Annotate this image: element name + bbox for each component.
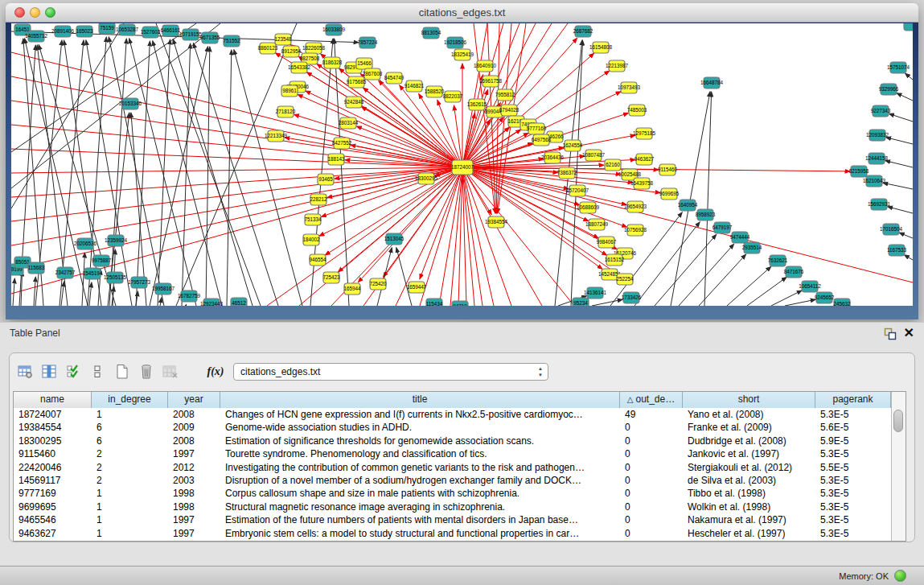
graph-node[interactable] bbox=[605, 159, 621, 171]
network-canvas[interactable]: 1872400712354888601238912954182260589827… bbox=[11, 23, 913, 306]
table-row[interactable]: 946554611997Estimation of the future num… bbox=[14, 513, 891, 526]
graph-node[interactable] bbox=[131, 277, 147, 288]
graph-node[interactable] bbox=[162, 25, 179, 36]
graph-node[interactable] bbox=[260, 43, 276, 54]
graph-node[interactable] bbox=[119, 24, 135, 35]
graph-node[interactable] bbox=[569, 185, 585, 196]
column-header-title[interactable]: title bbox=[220, 392, 620, 408]
graph-node[interactable] bbox=[890, 62, 906, 73]
graph-node[interactable] bbox=[122, 98, 138, 109]
graph-node[interactable] bbox=[310, 194, 326, 205]
graph-node[interactable] bbox=[477, 60, 493, 72]
graph-node[interactable] bbox=[303, 234, 319, 245]
delete-column-icon[interactable] bbox=[137, 363, 156, 381]
graph-node[interactable] bbox=[77, 238, 93, 249]
column-header-out_de[interactable]: △out_de… bbox=[620, 392, 683, 408]
graph-node[interactable] bbox=[889, 245, 905, 256]
table-settings-icon[interactable] bbox=[16, 363, 35, 381]
table-row[interactable]: 946362711997Embryonic stem cells: a mode… bbox=[14, 527, 891, 540]
graph-node[interactable] bbox=[501, 105, 517, 116]
graph-node[interactable] bbox=[659, 164, 676, 175]
graph-node[interactable] bbox=[84, 268, 101, 279]
graph-node[interactable] bbox=[426, 299, 442, 306]
graph-node[interactable] bbox=[323, 272, 339, 283]
graph-node[interactable] bbox=[802, 281, 818, 292]
graph-node[interactable] bbox=[108, 235, 124, 246]
graph-node[interactable] bbox=[93, 255, 109, 266]
column-header-in_degree[interactable]: in_degree bbox=[92, 392, 168, 408]
graph-node[interactable] bbox=[364, 68, 380, 80]
graph-node[interactable] bbox=[589, 219, 605, 230]
graph-node[interactable] bbox=[883, 224, 899, 235]
graph-node[interactable] bbox=[370, 278, 386, 290]
graph-node[interactable] bbox=[76, 26, 92, 37]
column-header-year[interactable]: year bbox=[168, 392, 220, 408]
graph-node[interactable] bbox=[834, 299, 850, 306]
graph-node[interactable] bbox=[661, 188, 677, 200]
graph-node[interactable] bbox=[816, 292, 832, 303]
graph-node[interactable] bbox=[409, 282, 425, 293]
graph-node[interactable] bbox=[283, 46, 299, 57]
graph-node[interactable] bbox=[326, 24, 342, 35]
graph-node[interactable] bbox=[617, 274, 633, 285]
graph-node[interactable] bbox=[697, 209, 713, 220]
graph-node[interactable] bbox=[328, 154, 344, 165]
graph-node[interactable] bbox=[704, 77, 720, 89]
graph-node[interactable] bbox=[340, 117, 356, 129]
graph-node[interactable] bbox=[904, 23, 913, 31]
table-scrollbar[interactable] bbox=[891, 392, 906, 541]
graph-node[interactable] bbox=[575, 26, 591, 37]
graph-node[interactable] bbox=[291, 62, 307, 73]
graph-node[interactable] bbox=[565, 140, 581, 151]
graph-node[interactable] bbox=[488, 216, 504, 228]
graph-node[interactable] bbox=[306, 43, 322, 54]
graph-node[interactable] bbox=[334, 138, 350, 149]
delete-table-icon[interactable] bbox=[161, 363, 180, 381]
column-header-pagerank[interactable]: pagerank bbox=[815, 392, 891, 408]
graph-node[interactable] bbox=[454, 49, 470, 60]
graph-node[interactable] bbox=[869, 130, 885, 141]
graph-node[interactable] bbox=[559, 167, 575, 179]
table-row[interactable]: 969969511998Structural magnetic resonanc… bbox=[14, 501, 891, 513]
graph-node[interactable] bbox=[202, 32, 218, 43]
graph-node[interactable] bbox=[356, 58, 372, 69]
graph-node[interactable] bbox=[483, 76, 499, 87]
table-row[interactable]: 1830029562008Estimation of significance … bbox=[14, 435, 891, 447]
graph-node[interactable] bbox=[528, 123, 544, 134]
graph-node[interactable] bbox=[268, 130, 284, 142]
graph-node[interactable] bbox=[606, 254, 622, 266]
graph-node[interactable] bbox=[28, 262, 44, 274]
graph-node[interactable] bbox=[57, 267, 73, 278]
float-panel-icon[interactable] bbox=[884, 328, 897, 340]
graph-node[interactable] bbox=[623, 292, 639, 303]
graph-node[interactable] bbox=[275, 34, 291, 45]
graph-node[interactable] bbox=[281, 85, 298, 97]
table-row[interactable]: 911546021997Tourette syndrome. Phenomeno… bbox=[14, 447, 891, 460]
column-header-short[interactable]: short bbox=[683, 392, 815, 408]
graph-node[interactable] bbox=[634, 178, 650, 189]
graph-node[interactable] bbox=[770, 255, 786, 266]
graph-node[interactable] bbox=[873, 105, 889, 117]
table-row[interactable]: 1456911722003Disruption of a novel membe… bbox=[14, 474, 891, 487]
graph-node[interactable] bbox=[324, 57, 340, 68]
graph-node[interactable] bbox=[598, 237, 614, 248]
graph-node[interactable] bbox=[627, 201, 643, 212]
graph-node[interactable] bbox=[587, 287, 603, 299]
graph-node[interactable] bbox=[732, 232, 748, 243]
graph-node[interactable] bbox=[447, 37, 463, 48]
graph-node[interactable] bbox=[469, 99, 485, 110]
table-scrollbar-thumb[interactable] bbox=[893, 410, 903, 432]
graph-node[interactable] bbox=[277, 106, 294, 117]
graph-node[interactable] bbox=[107, 272, 123, 283]
create-column-icon[interactable] bbox=[113, 363, 132, 381]
graph-node[interactable] bbox=[533, 134, 549, 146]
graph-node[interactable] bbox=[871, 199, 887, 210]
graph-node[interactable] bbox=[346, 97, 362, 108]
graph-node[interactable] bbox=[386, 233, 402, 245]
column-header-name[interactable]: name bbox=[14, 392, 92, 408]
table-row[interactable]: 977716911998Corpus callosum shape and si… bbox=[14, 487, 891, 500]
graph-node[interactable] bbox=[203, 299, 220, 306]
graph-node[interactable] bbox=[445, 91, 461, 102]
graph-node[interactable] bbox=[231, 298, 247, 306]
close-window-button[interactable] bbox=[14, 7, 25, 18]
